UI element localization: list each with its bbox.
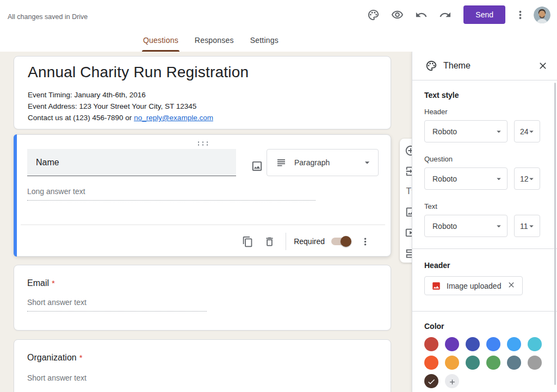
redo-icon (439, 9, 451, 21)
color-swatch-light-blue[interactable] (507, 337, 521, 351)
more-options-button[interactable] (511, 5, 529, 24)
color-heading: Color (424, 322, 444, 331)
close-icon (537, 60, 548, 71)
text-style-heading: Text style (424, 91, 459, 99)
image-uploaded-chip[interactable]: Image uploaded (424, 276, 523, 295)
question-font-select[interactable]: Roboto (424, 167, 508, 190)
top-bar: All changes saved in Drive Send (0, 0, 557, 52)
chip-label: Image uploaded (447, 282, 501, 290)
text-font-label: Text (424, 202, 437, 210)
chevron-down-icon (494, 127, 504, 136)
close-icon (507, 281, 516, 289)
tab-settings[interactable]: Settings (249, 36, 280, 52)
question-type-select[interactable]: Paragraph (267, 149, 379, 176)
form-title-card[interactable]: Annual Charity Run Registration Event Ti… (14, 56, 391, 129)
tab-settings-label: Settings (250, 36, 278, 45)
account-avatar[interactable] (534, 7, 550, 23)
section-divider (412, 248, 557, 249)
color-swatch-teal[interactable] (466, 356, 480, 370)
eye-icon (391, 9, 404, 21)
header-size-select[interactable]: 24 (514, 120, 540, 142)
undo-icon (415, 9, 428, 21)
chevron-down-icon (362, 157, 373, 168)
avatar-photo (534, 7, 550, 23)
undo-button[interactable] (409, 5, 433, 24)
answer-placeholder: Long answer text (27, 187, 315, 201)
tab-responses[interactable]: Responses (194, 36, 235, 52)
tab-responses-label: Responses (195, 36, 234, 45)
description-line-timing: Event Timing: January 4th-6th, 2016 (28, 89, 213, 101)
header-font-select[interactable]: Roboto (424, 120, 508, 142)
color-swatch-purple[interactable] (445, 337, 459, 351)
card-footer-divider (21, 225, 385, 225)
add-image-button[interactable] (245, 156, 269, 176)
chevron-down-icon (494, 174, 504, 184)
question-title: Organization* (27, 353, 83, 363)
question-card-email[interactable]: Email* Short answer text (14, 265, 391, 331)
paragraph-icon (276, 157, 287, 168)
color-swatch-cyan[interactable] (528, 337, 542, 351)
color-swatch-amber[interactable] (445, 356, 459, 370)
copy-icon (242, 236, 253, 247)
delete-question-button[interactable] (258, 232, 280, 251)
google-forms-editor: All changes saved in Drive Send (0, 0, 557, 392)
question-more-button[interactable] (357, 232, 373, 251)
close-theme-panel-button[interactable] (535, 59, 550, 74)
color-swatch-deep-orange[interactable] (424, 356, 438, 370)
check-icon (427, 377, 436, 386)
question-size-select[interactable]: 12 (514, 167, 540, 190)
image-icon (431, 281, 441, 291)
question-card-name[interactable]: Paragraph Long answer text Required (14, 134, 391, 257)
required-toggle[interactable] (331, 236, 351, 247)
redo-button[interactable] (433, 5, 457, 24)
drag-handle[interactable] (196, 141, 208, 146)
trash-icon (264, 236, 275, 247)
tab-questions-label: Questions (143, 36, 178, 45)
question-title: Email* (27, 278, 55, 288)
duplicate-question-button[interactable] (237, 232, 258, 251)
theme-panel-title: Theme (443, 61, 471, 71)
required-asterisk: * (79, 353, 83, 362)
color-swatch-green[interactable] (486, 356, 500, 370)
color-swatch-red[interactable] (424, 337, 438, 351)
top-actions: Send (361, 5, 550, 24)
customize-theme-button[interactable] (361, 5, 385, 24)
more-vert-icon (360, 236, 371, 247)
theme-panel: Theme Text style Header Roboto 24 Questi… (412, 52, 557, 392)
preview-button[interactable] (385, 5, 409, 24)
form-description[interactable]: Event Timing: January 4th-6th, 2016 Even… (28, 89, 213, 123)
section-divider (412, 311, 557, 312)
tab-questions[interactable]: Questions (142, 36, 180, 52)
required-label: Required (294, 237, 325, 246)
required-asterisk: * (52, 278, 55, 288)
save-status: All changes saved in Drive (8, 13, 88, 21)
image-icon (251, 160, 263, 172)
color-swatch-blue[interactable] (486, 337, 500, 351)
tab-bar: Questions Responses Settings (142, 36, 280, 52)
description-line-contact: Contact us at (123) 456-7890 or no_reply… (28, 112, 213, 123)
text-size-select[interactable]: 11 (514, 215, 540, 237)
color-swatch-blue-grey[interactable] (507, 356, 521, 370)
footer-divider (286, 233, 286, 250)
contact-email-link[interactable]: no_reply@example.com (134, 114, 213, 122)
description-line-address: Event Address: 123 Your Street Your City… (28, 101, 213, 112)
send-button[interactable]: Send (463, 5, 505, 24)
chevron-down-icon (527, 221, 536, 231)
text-font-select[interactable]: Roboto (424, 215, 508, 237)
add-custom-color-button[interactable] (445, 374, 459, 388)
color-swatch-brown-selected[interactable] (424, 374, 438, 388)
question-title-input[interactable] (27, 149, 236, 176)
question-footer-toolbar: Required (14, 228, 391, 254)
plus-icon (448, 378, 456, 386)
form-title[interactable]: Annual Charity Run Registration (28, 64, 249, 81)
answer-placeholder: Short answer text (27, 374, 207, 387)
panel-scrollbar[interactable] (554, 83, 556, 385)
header-image-heading: Header (424, 261, 450, 270)
more-vert-icon (514, 9, 527, 21)
chevron-down-icon (527, 127, 536, 136)
remove-header-image-button[interactable] (506, 281, 517, 291)
color-swatch-indigo[interactable] (466, 337, 480, 351)
chevron-down-icon (494, 221, 504, 231)
question-card-organization[interactable]: Organization* Short answer text (14, 339, 391, 392)
color-swatch-grey[interactable] (528, 356, 542, 370)
